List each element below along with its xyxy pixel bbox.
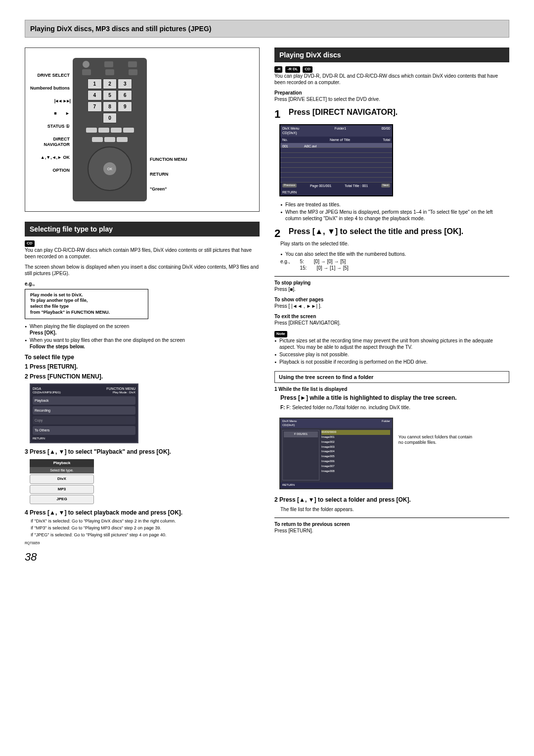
label-arrows-ok: ▲,▼,◄,► OK xyxy=(30,155,70,161)
eg-box-text: Play mode is set to DivX. To play anothe… xyxy=(30,292,110,315)
osd-title-r: 00/00 xyxy=(381,126,390,135)
osd-title-c: Folder1 xyxy=(334,126,346,135)
num-0: 0 xyxy=(103,113,117,123)
label-drive-select: DRIVE SELECT xyxy=(30,73,70,79)
exit-t: Press [DIRECT NAVIGATOR]. xyxy=(274,320,509,326)
label-green: "Green" xyxy=(150,187,189,192)
page-number: 38 xyxy=(25,550,509,565)
badge-rdl: -R DL xyxy=(285,66,300,72)
section-header-divx: Playing DivX discs xyxy=(274,47,509,62)
tree-return: RETURN xyxy=(282,483,295,487)
step-2: 2 Press [FUNCTION MENU]. xyxy=(25,373,260,381)
tree-s1b: Press [►] while a title is highlighted t… xyxy=(280,394,509,402)
osd-col-name: Name of Title xyxy=(302,138,378,142)
osd-prev: Previous xyxy=(282,184,297,188)
func-item-others: To Others xyxy=(33,426,135,434)
play-icon xyxy=(65,111,70,116)
play-btn-icon xyxy=(117,137,128,142)
big-step-1-num: 1 xyxy=(274,107,287,122)
para2-text: The screen shown below is displayed when… xyxy=(25,264,260,277)
tree-fnote-text: F: Selected folder no./Total folder no. … xyxy=(286,405,410,410)
func-brand: DIGA xyxy=(33,386,41,391)
pages-t: Press [ |◄◄ , ►►| ]. xyxy=(274,303,509,309)
divx-intro: You can play DVD-R, DVD-R DL and CD-R/CD… xyxy=(274,73,509,86)
tree-left-pane: F 001/001 xyxy=(282,430,319,480)
folder-7: Image007 xyxy=(321,464,390,469)
badge-row: -R -R DL CD xyxy=(274,65,509,72)
number-pad: 1 2 3 4 5 6 7 8 9 0 xyxy=(88,79,132,123)
note2: Successive play is not possible. xyxy=(274,351,509,358)
stop-t: Press [■]. xyxy=(274,286,509,292)
intro-text: You can play CD-R/CD-RW discs which cont… xyxy=(25,247,260,260)
osd-next: Next xyxy=(381,184,390,188)
num-6: 6 xyxy=(118,90,132,100)
label-option: OPTION xyxy=(30,168,70,174)
right-column: Playing DivX discs -R -R DL CD You can p… xyxy=(274,47,509,545)
tree-right-pane: 00/00/0000 Image001 Image002 Image003 Im… xyxy=(321,430,390,480)
playback-head: Playback xyxy=(30,459,94,467)
tree-sub-l: CD(DivX) xyxy=(282,424,295,426)
num-1: 1 xyxy=(88,79,102,89)
step-1: 1 Press [RETURN]. xyxy=(25,363,260,371)
ff-btn xyxy=(111,128,122,133)
func-return: RETURN xyxy=(33,437,135,441)
eg-15v: [0] → [1] → [5] xyxy=(316,265,348,271)
divx-navigator-osd: DivX MenuCD(DivX) Folder1 00/00 No. Name… xyxy=(279,124,393,196)
page-header-text: Playing DivX discs, MP3 discs and still … xyxy=(30,24,504,33)
tree-root: F 001/001 xyxy=(284,431,318,437)
section-header-selecting: Selecting file type to play xyxy=(25,222,260,236)
playback-opt-divx: DivX xyxy=(30,474,94,483)
drive-btn-icon xyxy=(82,69,91,75)
folder-6: Image006 xyxy=(321,459,390,464)
pages-h: To show other pages xyxy=(274,296,509,303)
big-step-1-text: Press [DIRECT NAVIGATOR]. xyxy=(289,107,509,118)
osd-col-no: No. xyxy=(282,138,297,142)
folder-4: Image004 xyxy=(321,449,390,454)
label-numbered: Numbered buttons xyxy=(30,86,70,92)
tree-s2t: The file list for the folder appears. xyxy=(280,506,509,513)
tree-caption: You cannot select folders that contain n… xyxy=(399,434,473,446)
func-item-playback: Playback xyxy=(33,396,135,405)
label-stop xyxy=(30,111,70,117)
folder-0: 00/00/0000 xyxy=(321,430,390,435)
stop-h: To stop playing xyxy=(274,280,509,286)
step4-b: If "MP3" is selected: Go to "Playing MP3… xyxy=(25,525,260,531)
osd-col-total: Total xyxy=(383,138,390,142)
bullet-1-text: When playing the file displayed on the s… xyxy=(30,324,129,329)
power-icon xyxy=(83,61,89,68)
ok-button: OK xyxy=(103,162,116,175)
remote-labels-right: FUNCTION MENU RETURN "Green" xyxy=(150,58,189,192)
osd-total: Total Title : 001 xyxy=(345,184,368,188)
rew-btn xyxy=(98,128,109,133)
badge-r: -R xyxy=(274,66,282,72)
step-4: 4 Press [▲, ▼] to select playback mode a… xyxy=(25,509,260,517)
num-4: 4 xyxy=(88,90,102,100)
note1: Picture sizes set at the recording time … xyxy=(274,337,509,350)
playback-opt-jpeg: JPEG xyxy=(30,495,94,504)
osd-page: Page 001/001 xyxy=(310,184,332,188)
vol-up-icon xyxy=(128,61,137,67)
stop-icon xyxy=(54,111,56,116)
sub-head-select-file: To select file type xyxy=(25,354,260,362)
bullet-1-sub: Press [OK]. xyxy=(30,330,56,335)
label-return: RETURN xyxy=(150,172,189,178)
eg-label: e.g., xyxy=(25,281,260,287)
pause-btn-icon xyxy=(104,137,115,142)
prep-head: Preparation xyxy=(274,90,509,96)
bullet-2-text: When you want to play files other than t… xyxy=(30,337,185,343)
doc-code: RQT8859 xyxy=(25,541,260,545)
folder-3: Image003 xyxy=(321,445,390,450)
osd-r1-no: 001 xyxy=(282,144,297,146)
nav-wheel: OK xyxy=(88,146,132,191)
num-2: 2 xyxy=(103,79,117,89)
tree-title-r: Folder xyxy=(382,420,390,427)
func-item-recording: Recording xyxy=(33,406,135,415)
eg-5: 5: xyxy=(300,259,304,264)
exit-h: To exit the screen xyxy=(274,313,509,320)
func-title: FUNCTION MENU xyxy=(106,386,135,391)
eg-5v: [0] → [0] → [5] xyxy=(314,258,346,265)
skip-prev-btn xyxy=(86,128,97,133)
func-disc: CD(DivX/MP3/JPEG) xyxy=(33,391,61,395)
big-step-2-text: Press [▲, ▼] to select the title and pre… xyxy=(289,227,509,237)
note-badge: Note xyxy=(274,331,287,337)
